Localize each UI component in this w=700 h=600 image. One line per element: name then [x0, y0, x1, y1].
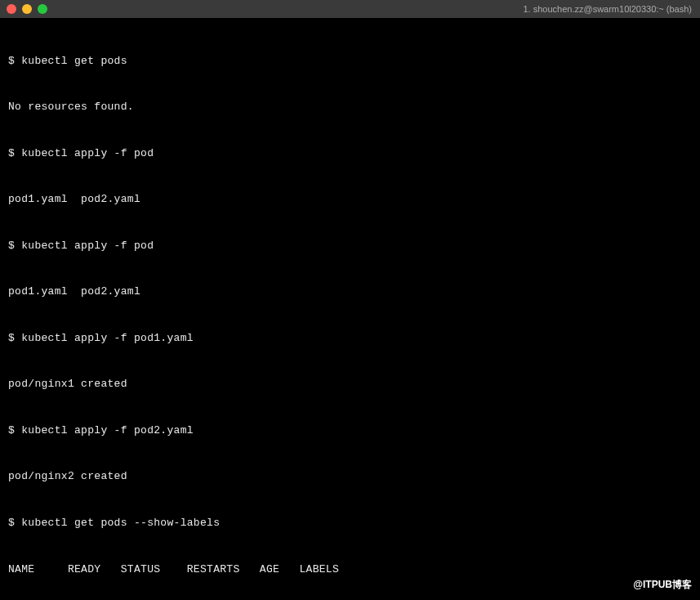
terminal-line: $ kubectl apply -f pod: [8, 239, 692, 254]
terminal-line: $ kubectl apply -f pod1.yaml: [8, 331, 692, 347]
window-titlebar: 1. shouchen.zz@swarm10l20330:~ (bash): [0, 0, 700, 18]
maximize-icon[interactable]: [38, 4, 47, 14]
window-title: 1. shouchen.zz@swarm10l20330:~ (bash): [523, 4, 692, 14]
minimize-icon[interactable]: [22, 4, 32, 14]
terminal-line: pod1.yaml pod2.yaml: [8, 284, 692, 300]
close-icon[interactable]: [7, 4, 16, 14]
terminal-line: $ kubectl get pods: [8, 54, 692, 69]
terminal-line: $ kubectl apply -f pod2.yaml: [8, 423, 692, 439]
terminal-line: pod1.yaml pod2.yaml: [8, 192, 692, 208]
terminal-output[interactable]: $ kubectl get pods No resources found. $…: [0, 18, 700, 600]
terminal-line: No resources found.: [8, 100, 692, 115]
terminal-line: pod/nginx2 created: [8, 469, 692, 485]
terminal-line: pod/nginx1 created: [8, 377, 692, 392]
terminal-line: NAME READY STATUS RESTARTS AGE LABELS: [8, 562, 692, 578]
watermark: @ITPUB博客: [633, 578, 692, 592]
terminal-line: $ kubectl get pods --show-labels: [8, 516, 692, 531]
terminal-line: $ kubectl apply -f pod: [8, 146, 692, 162]
traffic-lights: [7, 4, 47, 14]
